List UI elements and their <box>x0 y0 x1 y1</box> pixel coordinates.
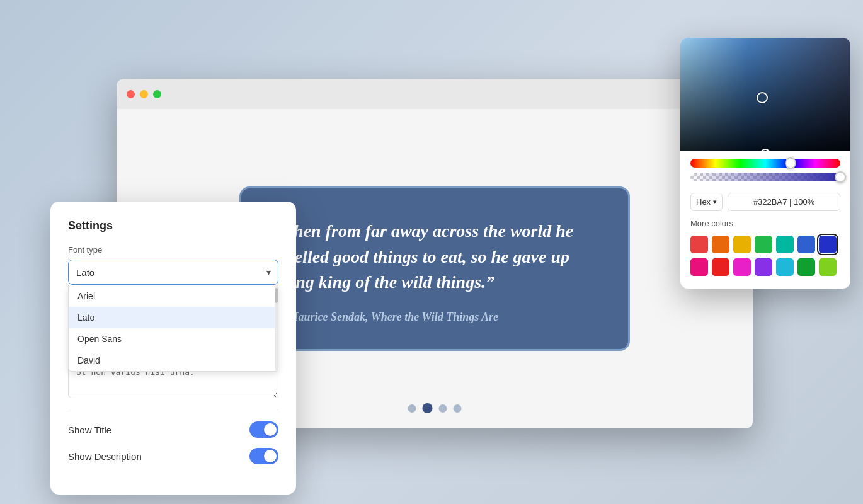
hue-thumb[interactable] <box>785 158 796 169</box>
font-type-label: Font type <box>68 245 278 255</box>
close-button[interactable] <box>127 90 135 98</box>
font-options-list: Ariel Lato Open Sans David <box>68 285 278 372</box>
swatch-orange[interactable] <box>712 236 729 253</box>
font-type-dropdown-wrapper: Lato ▾ Ariel Lato Open Sans David <box>68 260 278 285</box>
alpha-slider[interactable] <box>690 173 840 181</box>
swatch-lime[interactable] <box>819 258 837 276</box>
color-inputs-row: Hex ▾ #322BA7 | 100% <box>680 185 850 216</box>
swatch-sky[interactable] <box>776 258 794 276</box>
color-swatches-row2 <box>680 256 850 278</box>
more-colors-label: More colors <box>680 216 850 233</box>
show-title-row: Show Title <box>68 421 278 438</box>
swatch-green[interactable] <box>755 236 772 253</box>
alpha-thumb[interactable] <box>835 171 846 183</box>
swatch-blue[interactable] <box>797 236 815 253</box>
swatch-teal[interactable] <box>776 236 794 253</box>
settings-panel: Settings Font type Lato ▾ Ariel Lato Ope… <box>50 202 296 495</box>
swatch-forest[interactable] <box>797 258 815 276</box>
quote-card: “Then from far away across the world he … <box>239 186 630 351</box>
swatch-crimson[interactable] <box>712 258 729 276</box>
quote-text: “Then from far away across the world he … <box>274 219 595 295</box>
font-type-select[interactable]: Lato <box>68 260 278 285</box>
font-option-open-sans[interactable]: Open Sans <box>69 328 278 350</box>
swatch-purple[interactable] <box>755 258 772 276</box>
dot-2[interactable] <box>423 403 433 413</box>
sliders-container <box>680 151 850 185</box>
quote-author: — Maurice Sendak, Where the Wild Things … <box>274 311 595 324</box>
color-format-select[interactable]: Hex ▾ <box>690 193 723 211</box>
gradient-cursor-marker <box>757 92 768 103</box>
swatch-red[interactable] <box>690 236 708 253</box>
show-description-toggle[interactable] <box>249 448 278 464</box>
show-title-label: Show Title <box>68 425 111 435</box>
show-description-label: Show Description <box>68 451 142 462</box>
swatch-magenta[interactable] <box>733 258 751 276</box>
color-hex-input[interactable]: #322BA7 | 100% <box>728 193 840 211</box>
swatch-pink[interactable] <box>690 258 708 276</box>
color-picker-panel: Hex ▾ #322BA7 | 100% More colors <box>680 38 850 289</box>
color-gradient-area[interactable] <box>680 38 850 151</box>
format-chevron-icon: ▾ <box>713 198 717 206</box>
swatch-indigo[interactable] <box>819 236 837 253</box>
settings-title: Settings <box>68 219 278 232</box>
font-option-lato[interactable]: Lato <box>69 307 278 328</box>
color-swatches-row1 <box>680 233 850 256</box>
dot-3[interactable] <box>439 404 447 413</box>
show-description-row: Show Description <box>68 448 278 464</box>
slide-dots <box>408 403 462 413</box>
swatch-yellow[interactable] <box>733 236 751 253</box>
maximize-button[interactable] <box>153 90 161 98</box>
font-option-david[interactable]: David <box>69 350 278 371</box>
titlebar <box>117 79 753 109</box>
font-option-ariel[interactable]: Ariel <box>69 285 278 307</box>
minimize-button[interactable] <box>140 90 148 98</box>
format-label: Hex <box>696 197 711 207</box>
dot-4[interactable] <box>454 404 462 413</box>
hue-slider[interactable] <box>690 159 840 168</box>
divider <box>68 410 278 410</box>
dot-1[interactable] <box>408 404 416 413</box>
show-title-toggle[interactable] <box>249 421 278 438</box>
